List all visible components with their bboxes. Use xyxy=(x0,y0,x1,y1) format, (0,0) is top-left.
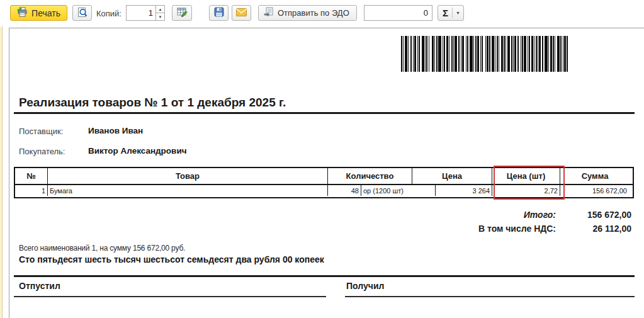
goods-table-row: 1 Бумага 48 ор (1200 шт) 3 264 2,72 156 … xyxy=(15,185,633,196)
email-button[interactable] xyxy=(232,5,251,21)
amount-in-words: Сто пятьдесят шесть тысяч шестьсот семьд… xyxy=(19,254,324,264)
copies-stepper: ▲ ▼ xyxy=(126,5,165,21)
vat-value: 26 112,00 xyxy=(556,224,631,234)
cell-sum[interactable]: 156 672,00 xyxy=(560,185,629,196)
barcode-image xyxy=(401,36,590,72)
document-title: Реализация товаров № 1 от 1 декабря 2025… xyxy=(19,96,286,110)
send-edo-label: Отправить по ЭДО xyxy=(278,8,349,18)
print-button-label: Печать xyxy=(31,8,60,18)
table-edit-icon xyxy=(177,7,188,19)
vat-label: В том числе НДС: xyxy=(378,224,556,234)
print-preview-window: { "toolbar": { "print_label": "Печать", … xyxy=(0,0,644,318)
goods-table-header-row: № Товар Количество Цена Цена (шт) Сумма xyxy=(15,168,633,185)
envelope-icon xyxy=(236,8,247,18)
total-label: Итого: xyxy=(378,210,556,220)
spin-down-icon[interactable]: ▼ xyxy=(156,13,164,20)
chevron-down-icon[interactable]: ▼ xyxy=(453,11,463,15)
header-cell-sum[interactable]: Сумма xyxy=(560,168,630,184)
items-summary-line: Всего наименований 1, на сумму 156 672,0… xyxy=(19,244,185,253)
released-signature-line xyxy=(14,296,326,297)
preview-button[interactable] xyxy=(72,5,92,21)
goods-table: № Товар Количество Цена Цена (шт) Сумма … xyxy=(14,167,634,198)
edit-table-button[interactable] xyxy=(172,5,192,21)
floppy-save-icon xyxy=(214,7,224,19)
cell-quantity[interactable]: 48 xyxy=(328,185,361,196)
edo-documents-icon xyxy=(264,7,274,19)
header-cell-product[interactable]: Товар xyxy=(48,168,328,184)
left-accent-strip xyxy=(0,0,3,318)
received-label: Получил xyxy=(346,281,384,291)
copies-label: Копий: xyxy=(96,9,121,18)
released-label: Отпустил xyxy=(19,281,60,291)
spin-up-icon[interactable]: ▲ xyxy=(156,6,164,13)
supplier-label: Поставщик: xyxy=(19,127,63,136)
header-cell-price[interactable]: Цена xyxy=(412,168,492,184)
received-signature-line xyxy=(345,296,635,297)
supplier-value: Иванов Иван xyxy=(88,126,143,135)
header-cell-number[interactable]: № xyxy=(15,168,48,184)
autosum-field[interactable] xyxy=(364,5,432,21)
preview-magnifier-icon xyxy=(77,7,88,20)
copies-input[interactable] xyxy=(127,6,155,20)
save-button[interactable] xyxy=(209,5,229,21)
header-cell-price-per-unit[interactable]: Цена (шт) xyxy=(492,168,560,184)
copies-spin-arrows: ▲ ▼ xyxy=(155,6,164,20)
title-underline xyxy=(14,112,635,114)
cell-product[interactable]: Бумага xyxy=(48,185,328,196)
cell-price-per-unit[interactable]: 2,72 xyxy=(492,185,560,196)
cell-row-number[interactable]: 1 xyxy=(15,185,48,196)
send-edo-button[interactable]: Отправить по ЭДО xyxy=(258,5,357,21)
toolbar: Печать Копий: ▲ ▼ xyxy=(0,0,644,26)
cell-price[interactable]: 3 264 xyxy=(436,185,492,196)
printer-check-icon xyxy=(17,7,28,19)
sigma-icon: Σ xyxy=(438,8,452,18)
print-button[interactable]: Печать xyxy=(10,5,67,21)
buyer-label: Покупатель: xyxy=(19,147,65,156)
cell-unit[interactable]: ор (1200 шт) xyxy=(361,185,436,196)
sum-sigma-button[interactable]: Σ ▼ xyxy=(438,5,464,21)
header-cell-quantity[interactable]: Количество xyxy=(328,168,412,184)
total-value: 156 672,00 xyxy=(556,210,631,220)
buyer-value: Виктор Александрович xyxy=(88,146,187,156)
footer-separator-line xyxy=(14,275,635,277)
